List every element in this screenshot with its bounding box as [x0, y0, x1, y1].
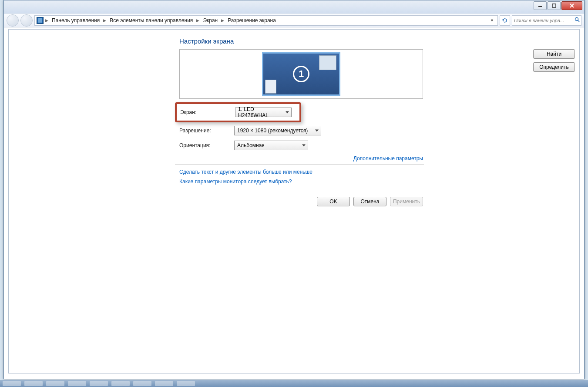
search-icon: [575, 17, 580, 24]
screen-dropdown[interactable]: 1. LED H2476WHAL: [235, 108, 292, 117]
page-title: Настройки экрана: [179, 37, 579, 45]
chevron-right-icon: ▶: [196, 18, 199, 23]
resolution-dropdown[interactable]: 1920 × 1080 (рекомендуется): [234, 126, 321, 135]
identify-button[interactable]: Определить: [533, 62, 575, 72]
divider: [175, 164, 424, 165]
window-thumbnail: [319, 55, 336, 70]
minimize-icon: [538, 3, 542, 8]
nav-forward-button[interactable]: [20, 14, 33, 27]
search-box[interactable]: [512, 15, 581, 26]
svg-point-2: [575, 18, 578, 21]
monitor-thumbnail[interactable]: 1: [262, 52, 340, 96]
orientation-dropdown-value: Альбомная: [237, 142, 265, 148]
window: ▶ Панель управления ▶ Все элементы панел…: [3, 0, 585, 379]
monitor-preview[interactable]: 1: [179, 49, 423, 99]
titlebar: [4, 0, 584, 13]
breadcrumb-dropdown[interactable]: ▼: [488, 18, 496, 23]
taskbar-item[interactable]: [68, 381, 86, 386]
chevron-right-icon: ▶: [221, 18, 224, 23]
content: Настройки экрана 1 Найти Определить: [9, 30, 579, 206]
breadcrumb-item[interactable]: Панель управления: [50, 17, 101, 24]
cancel-button[interactable]: Отмена: [353, 197, 386, 206]
taskbar-item[interactable]: [133, 381, 151, 386]
ok-button[interactable]: OK: [317, 197, 350, 206]
svg-rect-0: [538, 6, 542, 7]
preview-side-buttons: Найти Определить: [533, 49, 575, 72]
preview-row: 1 Найти Определить: [179, 49, 579, 99]
action-bar: OK Отмена Применить: [175, 197, 423, 206]
monitor-number: 1: [293, 66, 309, 82]
taskbar-item[interactable]: [46, 381, 64, 386]
text-size-link[interactable]: Сделать текст и другие элементы больше и…: [175, 169, 427, 175]
taskbar-item[interactable]: [177, 381, 195, 386]
orientation-label: Ориентация:: [179, 142, 234, 148]
advanced-link-row: Дополнительные параметры: [175, 155, 423, 162]
find-button[interactable]: Найти: [533, 49, 575, 59]
resolution-dropdown-value: 1920 × 1080 (рекомендуется): [237, 128, 308, 134]
close-icon: [569, 3, 575, 8]
refresh-icon: [502, 17, 508, 24]
content-frame: Настройки экрана 1 Найти Определить: [8, 29, 580, 374]
form-area: Экран: 1. LED H2476WHAL Разрешение: 1920…: [175, 102, 427, 206]
window-buttons: [534, 1, 582, 10]
highlighted-screen-row: Экран: 1. LED H2476WHAL: [175, 102, 301, 122]
apply-button[interactable]: Применить: [390, 197, 423, 206]
svg-rect-1: [552, 4, 556, 7]
maximize-button[interactable]: [548, 1, 561, 10]
bottom-links: Сделать текст и другие элементы больше и…: [175, 169, 427, 185]
resolution-label: Разрешение:: [179, 128, 234, 134]
close-button[interactable]: [561, 1, 582, 10]
breadcrumb[interactable]: ▶ Панель управления ▶ Все элементы панел…: [34, 15, 498, 26]
advanced-settings-link[interactable]: Дополнительные параметры: [353, 155, 423, 162]
control-panel-icon: [37, 17, 44, 24]
breadcrumb-item[interactable]: Все элементы панели управления: [108, 17, 195, 24]
maximize-icon: [552, 3, 556, 8]
search-input[interactable]: [514, 18, 575, 23]
screen-label: Экран:: [180, 109, 235, 115]
taskbar-item[interactable]: [3, 381, 21, 386]
taskbar-item[interactable]: [24, 381, 43, 386]
taskbar-item[interactable]: [90, 381, 108, 386]
orientation-dropdown[interactable]: Альбомная: [234, 141, 308, 150]
taskbar-item[interactable]: [155, 381, 173, 386]
chevron-right-icon: ▶: [103, 18, 106, 23]
window-thumbnail: [265, 80, 276, 94]
taskbar-item[interactable]: [111, 381, 130, 386]
minimize-button[interactable]: [534, 1, 547, 10]
taskbar[interactable]: [0, 380, 588, 387]
which-settings-link[interactable]: Какие параметры монитора следует выбрать…: [175, 178, 427, 185]
nav-back-button[interactable]: [7, 14, 19, 27]
breadcrumb-item[interactable]: Экран: [201, 17, 219, 24]
refresh-button[interactable]: [500, 15, 510, 26]
breadcrumb-item[interactable]: Разрешение экрана: [226, 17, 278, 24]
chevron-right-icon: ▶: [45, 18, 48, 23]
navbar: ▶ Панель управления ▶ Все элементы панел…: [4, 13, 584, 27]
screen-dropdown-value: 1. LED H2476WHAL: [238, 106, 283, 118]
